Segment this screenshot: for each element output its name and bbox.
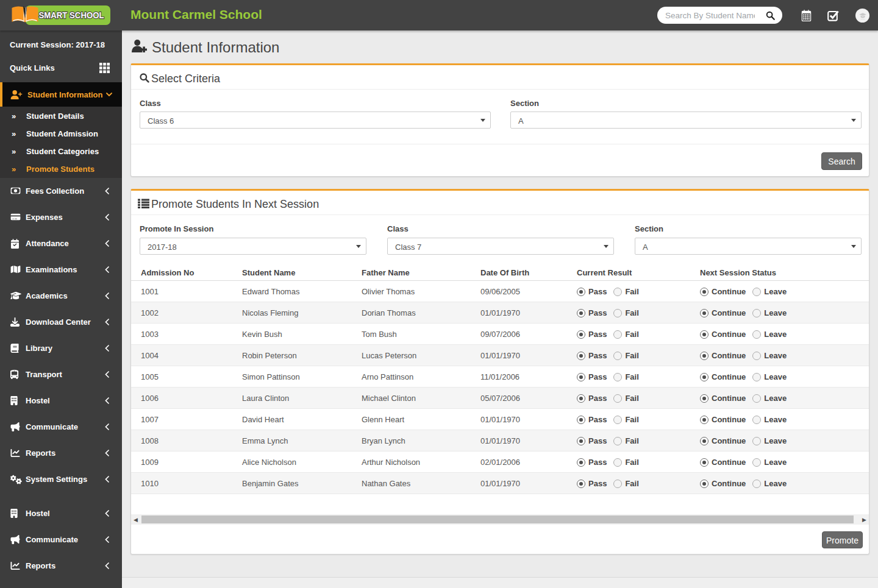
svg-text:SMART: SMART [861,18,866,19]
svg-text:SMART SCHOOL: SMART SCHOOL [39,10,104,20]
